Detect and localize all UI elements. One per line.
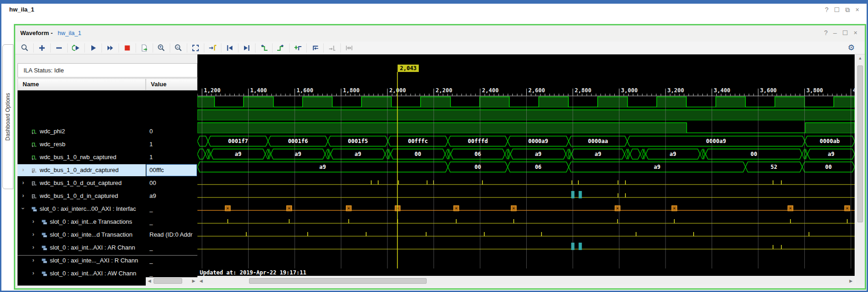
signal-row[interactable]: ›wdc_bus_1_0_d_in_captureda9 (18, 190, 197, 203)
add-icon[interactable] (36, 44, 48, 52)
waveform-hscrollbar[interactable]: ◀ ▶ (197, 277, 855, 285)
iface-signal-icon (42, 270, 48, 276)
add-marker-icon[interactable] (292, 44, 304, 52)
panel-help-icon[interactable]: ? (824, 29, 828, 36)
iface-signal-icon (42, 244, 48, 250)
scroll-left-icon[interactable]: ◀ (146, 277, 153, 285)
scroll-thumb[interactable] (154, 278, 182, 284)
svg-text:2,200: 2,200 (436, 87, 452, 94)
signal-value: 00fffc (149, 167, 196, 173)
goto-previous-marker-icon[interactable] (224, 44, 236, 52)
signal-name: slot_0 : axi_inte...d Transaction (50, 231, 143, 238)
zoom-out-icon[interactable]: − (172, 44, 184, 52)
svg-text:a9: a9 (670, 151, 676, 157)
signal-value: a9 (149, 192, 196, 199)
ila-status-box: ILA Status: Idle (18, 63, 197, 77)
svg-text:0000a9: 0000a9 (706, 138, 726, 144)
updated-timestamp: Updated at: 2019-Apr-22 19:17:11 (200, 269, 306, 276)
chevron-collapsed-icon[interactable]: › (32, 244, 34, 250)
svg-text:a9: a9 (295, 151, 301, 157)
svg-text:−: − (176, 45, 178, 49)
scroll-left-icon[interactable]: ◀ (197, 277, 205, 285)
waveform-toolbar: +− (15, 42, 865, 54)
run-icon[interactable] (87, 44, 99, 52)
scroll-up-icon[interactable]: ▲ (856, 54, 864, 62)
run-trigger-icon[interactable] (70, 44, 82, 52)
svg-text:1,400: 1,400 (250, 87, 267, 94)
signal-row[interactable]: ›slot_0 : axi_inte...d TransactionRead (… (18, 228, 197, 241)
chevron-collapsed-icon[interactable]: › (32, 257, 34, 263)
signal-name: wdc_bus_1_0_addr_captured (40, 167, 143, 173)
window-help-icon[interactable]: ? (825, 6, 828, 14)
chevron-collapsed-icon[interactable]: › (22, 192, 24, 199)
zoom-in-icon[interactable]: + (155, 44, 167, 52)
stop-icon[interactable] (121, 44, 133, 52)
marker-range-icon[interactable] (343, 44, 355, 52)
value-column-header[interactable]: Value (146, 78, 197, 90)
signal-row[interactable]: ›slot_0 : axi_interc...00_AXI : Interfac… (18, 203, 197, 215)
signal-row[interactable]: ›slot_0 : axi_int...AXI : AR Chann_ (18, 241, 197, 254)
svg-text:a9: a9 (235, 151, 241, 157)
swap-markers-icon[interactable] (326, 44, 338, 52)
signal-row[interactable]: ›wdc_bus_1_0_addr_captured00fffc (18, 164, 197, 177)
svg-text:1,600: 1,600 (297, 87, 313, 94)
signal-value: 0 (149, 128, 196, 135)
scroll-thumb[interactable] (249, 278, 427, 284)
svg-text:2,400: 2,400 (482, 87, 499, 94)
chevron-collapsed-icon[interactable]: › (32, 218, 34, 225)
next-transition-icon[interactable] (275, 44, 287, 52)
name-column-header[interactable]: Name (18, 78, 146, 90)
svg-text:3,200: 3,200 (667, 87, 684, 94)
signal-name: wdc_resb (40, 141, 143, 148)
bit-signal-icon (31, 141, 37, 147)
bus-signal-icon (31, 180, 37, 186)
zoom-fit-icon[interactable] (190, 44, 202, 52)
svg-text:1,800: 1,800 (343, 87, 360, 94)
window-maximize-icon[interactable]: ☐ (834, 6, 840, 14)
signal-row[interactable]: ›wdc_bus_1_0_d_out_captured00 (18, 177, 197, 190)
panel-minimize-icon[interactable]: – (833, 29, 837, 36)
svg-text:a9: a9 (535, 151, 541, 157)
waveform-canvas[interactable]: 0001f70001f60001f500fffc00fffd0000a90000… (197, 54, 855, 276)
run-immediate-icon[interactable] (104, 44, 116, 52)
scroll-right-icon[interactable]: ▶ (847, 277, 855, 285)
cursor-time-label[interactable]: 2,043 (398, 65, 419, 72)
goto-trigger-icon[interactable] (309, 44, 321, 52)
chevron-collapsed-icon[interactable]: › (32, 270, 34, 276)
svg-text:00: 00 (415, 151, 421, 157)
panel-title-link[interactable]: hw_ila_1 (58, 30, 81, 36)
panel-maximize-icon[interactable]: ☐ (842, 29, 848, 36)
remove-icon[interactable] (53, 44, 65, 52)
svg-text:0001f6: 0001f6 (288, 138, 308, 144)
svg-text:00fffd: 00fffd (468, 138, 488, 144)
find-icon[interactable] (19, 44, 31, 52)
settings-gear-icon[interactable]: ⚙ (848, 43, 855, 53)
svg-text:0001f5: 0001f5 (348, 138, 368, 144)
signal-value: _ (149, 218, 196, 225)
previous-transition-icon[interactable] (258, 44, 270, 52)
scroll-right-icon[interactable]: ▶ (190, 277, 197, 285)
goto-cursor-icon[interactable] (207, 44, 219, 52)
svg-text:a9: a9 (828, 151, 834, 157)
signal-row[interactable]: ›slot_0 : axi_int...e Transactions_ (18, 215, 197, 228)
chevron-collapsed-icon[interactable]: › (22, 179, 24, 186)
waveform-vscrollbar[interactable]: ▲ ▼ (856, 54, 864, 284)
value-column-hscrollbar[interactable]: ◀ ▶ (146, 277, 197, 285)
goto-next-marker-icon[interactable] (241, 44, 253, 52)
bus-signal-icon (31, 167, 37, 173)
bit-signal-icon (31, 128, 37, 134)
chevron-collapsed-icon[interactable]: › (32, 231, 34, 238)
window-close-icon[interactable]: × (856, 6, 859, 14)
scroll-thumb[interactable] (857, 66, 863, 222)
signal-name: slot_0 : axi_interc...00_AXI : Interfac (40, 205, 143, 212)
signal-row[interactable]: wdc_phi20 (18, 125, 197, 138)
signal-row[interactable]: wdc_bus_1_0_rwb_captured1 (18, 151, 197, 164)
signal-row[interactable]: ›slot_0 : axi_inte..._AXI : R Chann_ (18, 254, 197, 267)
chevron-expanded-icon[interactable]: › (20, 208, 26, 209)
window-float-icon[interactable]: ⧉ (845, 6, 850, 14)
panel-close-icon[interactable]: × (854, 29, 857, 36)
export-data-icon[interactable] (138, 44, 150, 52)
signal-row[interactable]: wdc_resb1 (18, 138, 197, 151)
chevron-collapsed-icon[interactable]: › (22, 167, 24, 173)
dashboard-options-tab[interactable]: Dashboard Options (2, 44, 13, 189)
